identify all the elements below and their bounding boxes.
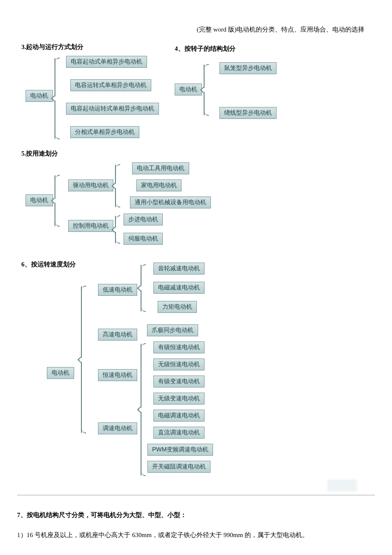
sec5-title: 5.按用途划分 (21, 150, 58, 158)
sec5-root: 电动机 (26, 194, 53, 206)
sec3-item: 电容运转式单相异步电动机 (70, 79, 151, 91)
sec3-title: 3.起动与运行方式划分 (21, 43, 84, 51)
sec4-root: 电动机 (175, 84, 202, 95)
sec5-drive: 电动工具用电动机 (132, 162, 189, 174)
sec6-leaf: 开关磁阻调速电动机 (147, 461, 210, 473)
sec6-leaf: 直流调速电动机 (153, 427, 205, 439)
sec6-leaf: 齿轮减速电动机 (153, 263, 205, 275)
sec6-mid: 恒速电动机 (98, 369, 137, 381)
divider (17, 495, 375, 495)
sec6-leaf: 无级恒速电动机 (153, 358, 205, 370)
sec6-mid: 低速电动机 (98, 284, 137, 296)
sec7-line1: 1）16 号机座及以上，或机座中心高大于 630mm，或者定子铁心外径大于 99… (17, 528, 375, 542)
sec5-ctrl: 步进电动机 (124, 214, 163, 225)
sec7-title: 7、按电机结构尺寸分类，可将电机分为大型、中型、小型： (17, 508, 375, 522)
sec5-drive: 家电用电动机 (136, 179, 182, 191)
sec6-leaf: 无级变速电动机 (153, 393, 205, 405)
sec3-item: 电容起动运转式单相异步电动机 (66, 103, 159, 115)
sec4-item: 鼠笼型异步电动机 (219, 62, 277, 74)
sec6-root: 电动机 (47, 367, 74, 379)
sec4-item: 绕线型异步电动机 (219, 107, 277, 119)
sec6-leaf: 电磁调速电动机 (153, 410, 205, 422)
sec4-title: 4、按转子的结构划分 (175, 45, 236, 53)
sec6-leaf: 电磁减速电动机 (153, 282, 205, 294)
sec6-mid: 调速电动机 (98, 422, 137, 434)
sec5-mid: 控制用电动机 (68, 220, 113, 232)
sec6-leaf: PWM变频调速电动机 (147, 444, 213, 456)
sec5-drive: 通用小型机械设备用电动机 (130, 197, 211, 208)
smudge-mark (327, 480, 357, 491)
sec3-item: 分相式单相异步电动机 (70, 126, 139, 138)
sec5-ctrl: 伺服电动机 (124, 233, 163, 245)
sec6-leaf: 有级变速电动机 (153, 376, 205, 387)
sec6-leaf: 爪极同步电动机 (147, 324, 198, 336)
sec6-title: 6、按运转速度划分 (21, 260, 76, 269)
sec6-leaf: 力矩电动机 (158, 301, 197, 313)
sec3-item: 电容起动式单相异步电动机 (66, 56, 147, 68)
sec3-root: 电动机 (26, 90, 53, 102)
sec5-mid: 驱动用电动机 (68, 179, 113, 191)
page-header: (完整 word 版)电动机的分类、特点、应用场合、电动的选择 (17, 26, 375, 34)
sec6-leaf: 有级恒速电动机 (153, 341, 205, 353)
sec6-mid: 高速电动机 (98, 329, 137, 341)
